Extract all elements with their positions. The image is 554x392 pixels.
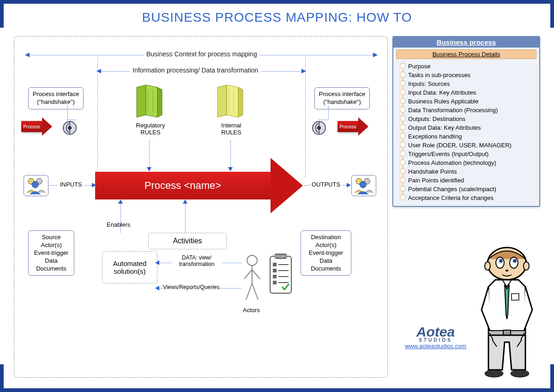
panel-item: User Role (DOER, USER, MANAGER) — [397, 141, 536, 150]
panel-item: Output Data: Key Attributes — [397, 123, 536, 132]
guide-line — [97, 57, 98, 177]
panel-item: Outputs: Destinations — [397, 115, 536, 123]
activities-label: Activities — [173, 237, 202, 245]
svg-rect-33 — [273, 275, 277, 278]
connector — [120, 203, 121, 233]
panel-item: Potential Changes (scale/impact) — [397, 185, 536, 193]
svg-point-16 — [32, 181, 38, 188]
arrowhead-icon — [155, 260, 159, 265]
outputs-label: OUTPUTS — [310, 181, 342, 188]
panel-item: Process Automation (technology) — [397, 158, 536, 167]
mascot-illustration — [475, 241, 539, 379]
svg-point-44 — [524, 262, 529, 270]
logo-sub: STUDIOS — [405, 338, 466, 343]
connector — [149, 140, 150, 168]
svg-point-3 — [317, 126, 321, 130]
svg-point-39 — [510, 257, 518, 268]
aotea-logo: Aotea STUDIOS www.aoteastudios.com — [405, 326, 466, 350]
svg-line-23 — [252, 270, 260, 279]
panel-item: Input Data: Key Attributes — [397, 88, 536, 97]
svg-line-25 — [252, 283, 258, 300]
source-box: Source Actor(s) Event-trigger Data Docum… — [28, 230, 74, 276]
views-reports-label: Views/Reports/Queries — [163, 284, 220, 290]
svg-text:STORY: STORY — [275, 255, 286, 258]
clipboard-icon: STORY — [268, 253, 293, 297]
arrowhead-icon — [183, 199, 187, 204]
handshake-right-text: Process interface ("handshake") — [319, 90, 365, 105]
guide-line — [305, 57, 306, 177]
connector — [230, 140, 231, 168]
handshake-left-box: Process interface ("handshake") — [28, 87, 84, 109]
svg-marker-11 — [238, 87, 243, 117]
panel-item: Purpose — [397, 62, 536, 71]
process-out-label: Process — [339, 124, 356, 129]
actor-icon — [241, 253, 264, 304]
svg-marker-9 — [217, 85, 227, 117]
svg-point-41 — [513, 259, 517, 263]
svg-rect-35 — [273, 281, 277, 284]
panel-item: Acceptance Criteria for changes — [397, 193, 536, 202]
handshake-left-text: Process interface ("handshake") — [33, 90, 79, 105]
internal-rules-icon — [213, 83, 245, 120]
panel-item: Tasks in sub-processes — [397, 71, 536, 79]
data-view-label: DATA: view/ transformation — [171, 254, 222, 267]
svg-point-20 — [247, 255, 257, 265]
info-span-label: Information processing/ Data transformat… — [130, 66, 261, 74]
dest-box: Destination Actor(s) Event-trigger Data … — [301, 230, 351, 276]
svg-rect-31 — [273, 269, 277, 272]
source-box-text: Source Actor(s) Event-trigger Data Docum… — [34, 234, 68, 272]
svg-point-19 — [360, 181, 366, 188]
automated-box: Automated solution(s) — [102, 251, 157, 283]
frame-bar — [92, 388, 462, 392]
connector — [185, 203, 186, 233]
arrowhead-icon — [155, 286, 159, 290]
svg-line-24 — [246, 283, 252, 300]
logo-name: Aotea — [405, 326, 466, 338]
svg-marker-6 — [157, 87, 162, 117]
panel-item: Exceptions handling — [397, 132, 536, 141]
internal-rules-label: Internal RULES — [213, 122, 250, 136]
process-in-label: Process — [23, 124, 40, 129]
connector — [67, 106, 68, 120]
svg-marker-4 — [137, 85, 146, 117]
connector — [328, 106, 329, 120]
arrowhead-icon — [347, 183, 351, 187]
regulatory-rules-icon — [132, 83, 164, 120]
source-actors-icon — [24, 175, 48, 196]
svg-marker-10 — [227, 85, 238, 117]
panel-item: Data Transformation (Processing) — [397, 106, 536, 115]
gate-icon-right — [310, 119, 328, 137]
svg-line-22 — [244, 270, 252, 279]
svg-marker-5 — [146, 85, 157, 117]
svg-point-48 — [511, 370, 529, 377]
svg-point-1 — [68, 126, 72, 130]
panel-item: Inputs: Sources — [397, 79, 536, 88]
panel-item: Pain Points identified — [397, 176, 536, 185]
inputs-label: INPUTS — [58, 181, 84, 188]
dest-box-text: Destination Actor(s) Event-trigger Data … — [309, 234, 343, 272]
process-arrow-out: Process — [337, 117, 370, 136]
process-arrow-in: Process — [21, 117, 54, 136]
page-title: BUSINESS PROCESS MAPPING: HOW TO — [0, 10, 554, 25]
panel-subtitle: Business Process Details — [396, 49, 536, 59]
panel-item: Business Rules Applicable — [397, 97, 536, 106]
svg-point-42 — [506, 270, 508, 271]
svg-point-38 — [496, 257, 504, 268]
panel-item: Handshake Points — [397, 167, 536, 176]
arrowhead-icon — [118, 199, 123, 204]
handshake-right-box: Process interface ("handshake") — [314, 87, 370, 109]
process-name-label: Process <name> — [145, 180, 221, 192]
svg-point-47 — [485, 370, 503, 377]
process-main-arrow: Process <name> — [95, 167, 298, 204]
activities-box: Activities — [148, 233, 227, 249]
automated-label: Automated solution(s) — [107, 259, 152, 275]
logo-url: www.aoteastudios.com — [405, 343, 466, 350]
panel-title: Business process — [393, 37, 539, 48]
svg-point-43 — [485, 262, 490, 270]
regulatory-rules-label: Regulatory RULES — [130, 122, 171, 136]
actors-label: Actors — [243, 307, 260, 314]
svg-point-40 — [499, 259, 503, 263]
frame-bar — [92, 0, 462, 4]
dest-actors-icon — [351, 175, 376, 196]
diagram-container: Business Context for process mapping Inf… — [14, 36, 388, 378]
